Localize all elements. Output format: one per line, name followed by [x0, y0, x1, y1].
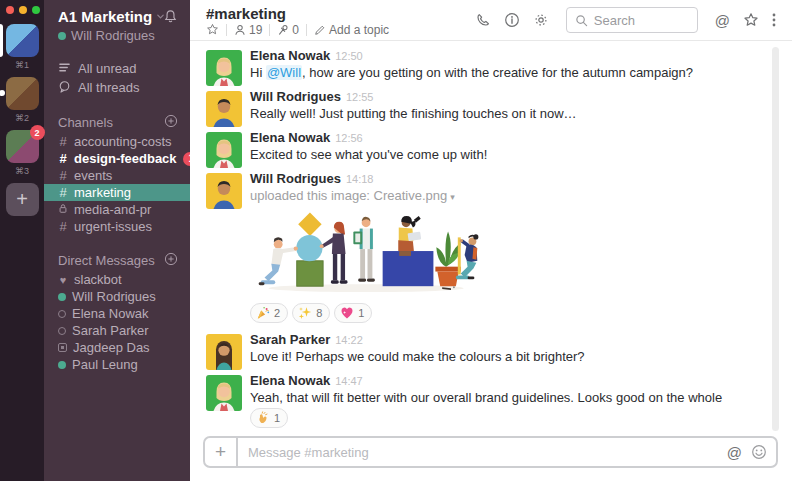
- dm-will-rodrigues[interactable]: Will Rodrigues: [44, 288, 190, 305]
- all-unread-label: All unread: [78, 61, 137, 76]
- message-author[interactable]: Will Rodrigues: [250, 171, 341, 186]
- avatar-elena[interactable]: [206, 132, 242, 168]
- scrollbar[interactable]: [772, 47, 779, 431]
- file-upload-meta[interactable]: uploaded this image: Creative.png▾: [250, 187, 486, 206]
- dm-elena-nowak[interactable]: Elena Nowak: [44, 305, 190, 322]
- close-window-button[interactable]: [6, 6, 14, 14]
- caret-down-icon[interactable]: ▾: [450, 192, 455, 202]
- message-text: Love it! Perhaps we could make the colou…: [250, 348, 585, 365]
- sidebar: A1 Marketing Will Rodrigues All unread: [44, 0, 190, 481]
- message-row: Will Rodrigues12:55Really well! Just put…: [206, 89, 776, 127]
- avatar-will[interactable]: [206, 173, 242, 209]
- message-header: Elena Nowak12:56: [250, 130, 487, 146]
- dm-slackbot[interactable]: ♥slackbot: [44, 271, 190, 288]
- text-segment: , how are you getting on with the creati…: [302, 65, 693, 80]
- star-channel-icon[interactable]: [206, 23, 219, 36]
- mention-at-icon[interactable]: @: [727, 444, 742, 461]
- emoji-picker-icon[interactable]: [751, 444, 767, 460]
- message-author[interactable]: Elena Nowak: [250, 48, 330, 63]
- info-icon[interactable]: [504, 12, 520, 28]
- dm-name: Will Rodrigues: [72, 289, 156, 304]
- avatar-elena[interactable]: [206, 50, 242, 86]
- gear-icon[interactable]: [533, 12, 549, 28]
- more-options-icon[interactable]: [772, 12, 776, 28]
- message-text: Really well! Just putting the finishing …: [250, 105, 577, 122]
- message-author[interactable]: Sarah Parker: [250, 332, 330, 347]
- workspace-icon[interactable]: 2: [6, 130, 39, 163]
- dms-header: Direct Messages: [58, 253, 155, 268]
- call-phone-icon[interactable]: [475, 12, 491, 28]
- presence-offline-icon: [58, 327, 66, 335]
- slack-window: ⌘1⌘22⌘3 + A1 Marketing Will Rodrigues: [0, 0, 792, 481]
- reaction-pill[interactable]: 1: [334, 303, 372, 323]
- add-topic-button[interactable]: Add a topic: [314, 23, 389, 37]
- channel-urgent-issues[interactable]: #urgent-issues: [44, 218, 190, 235]
- starred-items-icon[interactable]: [743, 12, 759, 28]
- zoom-window-button[interactable]: [32, 6, 40, 14]
- message-text: Excited to see what you've come up with!: [250, 146, 487, 163]
- dm-jagdeep-das[interactable]: Jagdeep Das: [44, 339, 190, 356]
- reaction-count: 2: [274, 307, 280, 319]
- add-channel-icon[interactable]: [164, 114, 178, 131]
- minimize-window-button[interactable]: [19, 6, 27, 14]
- uploaded-image[interactable]: [250, 212, 486, 297]
- message-timestamp: 12:56: [335, 132, 363, 144]
- reaction-pill[interactable]: 2: [250, 303, 288, 323]
- pin-icon: [277, 24, 289, 36]
- all-threads-label: All threads: [78, 80, 139, 95]
- team-menu[interactable]: A1 Marketing: [58, 8, 178, 25]
- dm-name: slackbot: [74, 272, 122, 287]
- notifications-bell-icon[interactable]: [163, 9, 178, 27]
- add-workspace-button[interactable]: +: [6, 183, 39, 216]
- pinned-count[interactable]: 0: [277, 23, 299, 37]
- message-row: Will Rodrigues14:18uploaded this image: …: [206, 171, 776, 329]
- message-author[interactable]: Will Rodrigues: [250, 89, 341, 104]
- workspace-icon[interactable]: [6, 24, 39, 57]
- workspace-unread-badge: 2: [30, 125, 45, 140]
- sidebar-item-all-unread[interactable]: All unread: [44, 59, 190, 78]
- message-input[interactable]: [238, 445, 727, 460]
- reaction-count: 1: [358, 307, 364, 319]
- reaction-pill[interactable]: 1: [250, 408, 288, 428]
- message-author[interactable]: Elena Nowak: [250, 130, 330, 145]
- dm-paul-leung[interactable]: Paul Leung: [44, 356, 190, 373]
- creative-image[interactable]: [250, 212, 486, 294]
- channel-design-feedback[interactable]: #design-feedback1: [44, 150, 190, 167]
- workspace-shortcut-label: ⌘1: [15, 60, 29, 70]
- channel-accounting-costs[interactable]: #accounting-costs: [44, 133, 190, 150]
- sidebar-item-all-threads[interactable]: All threads: [44, 78, 190, 97]
- workspace-3[interactable]: 2⌘3: [0, 130, 44, 176]
- user-mention[interactable]: @Will: [266, 65, 302, 80]
- attach-plus-button[interactable]: +: [205, 438, 238, 466]
- channel-events[interactable]: #events: [44, 167, 190, 184]
- add-topic-label: Add a topic: [329, 23, 389, 37]
- workspace-1[interactable]: ⌘1: [0, 24, 44, 70]
- current-user[interactable]: Will Rodrigues: [58, 28, 178, 43]
- message-header: Will Rodrigues14:18: [250, 171, 486, 187]
- team-name: A1 Marketing: [58, 8, 152, 25]
- channel-marketing[interactable]: #marketing: [44, 184, 190, 201]
- add-dm-icon[interactable]: [164, 252, 178, 269]
- message-author[interactable]: Elena Nowak: [250, 373, 330, 388]
- hash-icon: #: [58, 185, 68, 200]
- mentions-at-icon[interactable]: @: [715, 12, 730, 29]
- workspace-icon[interactable]: [6, 77, 39, 110]
- hash-icon: #: [58, 168, 68, 183]
- channel-media-and-pr[interactable]: media-and-pr: [44, 201, 190, 218]
- channel-name: accounting-costs: [74, 134, 172, 149]
- avatar-will[interactable]: [206, 91, 242, 127]
- dm-name: Paul Leung: [72, 357, 138, 372]
- member-count[interactable]: 19: [234, 23, 262, 37]
- search-box[interactable]: [566, 7, 698, 33]
- clap-emoji: [256, 411, 270, 425]
- avatar-elena[interactable]: [206, 375, 242, 411]
- lock-icon: [58, 202, 68, 217]
- reaction-pill[interactable]: 8: [292, 303, 330, 323]
- avatar-sarah[interactable]: [206, 334, 242, 370]
- workspace-2[interactable]: ⌘2: [0, 77, 44, 123]
- main-panel: #marketing 19 0: [190, 0, 792, 481]
- message-timestamp: 12:55: [346, 91, 374, 103]
- search-input[interactable]: [594, 13, 684, 28]
- reactions-row: 281: [250, 303, 486, 323]
- dm-sarah-parker[interactable]: Sarah Parker: [44, 322, 190, 339]
